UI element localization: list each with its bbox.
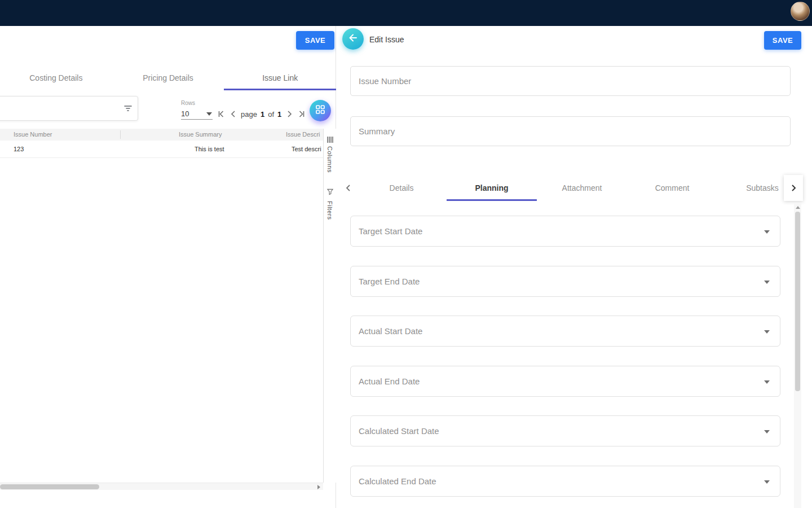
header-issue-description[interactable]: Issue Descri	[286, 131, 323, 138]
page-title: Edit Issue	[369, 35, 404, 44]
tab-planning[interactable]: Planning	[447, 175, 537, 201]
tab-pricing-details[interactable]: Pricing Details	[112, 65, 224, 90]
calculated-start-date-input[interactable]	[351, 426, 780, 436]
filters-panel-toggle[interactable]: Filters	[326, 173, 334, 220]
issue-search-input[interactable]	[0, 104, 118, 113]
cell-issue-summary: This is test	[195, 146, 224, 152]
target-start-date-field[interactable]	[350, 216, 780, 247]
horizontal-scrollbar[interactable]	[0, 483, 323, 490]
column-separator	[120, 130, 121, 139]
arrow-back-icon	[347, 32, 359, 46]
next-page-icon[interactable]	[283, 108, 295, 120]
vertical-scrollbar[interactable]	[794, 203, 801, 508]
issue-number-input[interactable]	[351, 76, 790, 86]
scroll-right-icon[interactable]	[317, 485, 320, 489]
tabs-scroll-left-icon[interactable]	[343, 182, 354, 194]
actual-start-date-input[interactable]	[351, 326, 780, 336]
calculated-end-date-field[interactable]	[350, 466, 780, 497]
filters-label: Filters	[326, 201, 333, 220]
tabs-container: Details Planning Attachment Comment Subt…	[356, 175, 807, 201]
actual-end-date-input[interactable]	[351, 376, 780, 386]
calculated-start-date-field[interactable]	[350, 415, 780, 446]
left-save-button[interactable]: SAVE	[296, 31, 334, 50]
grid-view-button[interactable]	[310, 100, 331, 121]
last-page-icon[interactable]	[295, 108, 307, 120]
scroll-up-icon[interactable]	[796, 206, 800, 209]
left-panel: SAVE Costing Details Pricing Details Iss…	[0, 26, 336, 508]
cell-issue-description: Test descri	[292, 146, 323, 152]
rows-per-page-value: 10	[181, 110, 189, 118]
grid-icon	[315, 104, 325, 117]
first-page-icon[interactable]	[215, 108, 227, 120]
columns-label: Columns	[326, 146, 333, 173]
filter-list-icon[interactable]	[118, 99, 138, 118]
table-side-strip: Columns Filters	[323, 129, 336, 483]
calculated-end-date-input[interactable]	[351, 476, 780, 486]
target-end-date-input[interactable]	[351, 277, 780, 286]
header-issue-summary[interactable]: Issue Summary	[179, 131, 222, 138]
cell-issue-number: 123	[14, 146, 24, 152]
summary-input[interactable]	[351, 126, 790, 136]
page-total: 1	[277, 110, 281, 119]
dropdown-caret-icon	[764, 230, 770, 234]
table-header-row: Issue Number Issue Summary Issue Descri	[0, 129, 323, 141]
tab-issue-link[interactable]: Issue Link	[224, 65, 336, 90]
issue-search-box	[0, 96, 138, 121]
actual-start-date-field[interactable]	[350, 316, 780, 347]
header-issue-number[interactable]: Issue Number	[14, 131, 52, 138]
prev-page-icon[interactable]	[227, 108, 239, 120]
dropdown-caret-icon	[764, 380, 770, 384]
page-word: page	[241, 110, 257, 119]
actual-end-date-field[interactable]	[350, 366, 780, 397]
of-word: of	[268, 110, 274, 119]
tab-costing-details[interactable]: Costing Details	[0, 65, 112, 90]
edit-issue-panel: Edit Issue SAVE Details Planning Attachm…	[336, 26, 812, 508]
filter-funnel-icon	[326, 187, 334, 198]
issue-link-table: Issue Number Issue Summary Issue Descri …	[0, 129, 323, 158]
tabs-scroll-right-icon[interactable]	[784, 175, 803, 201]
tab-details[interactable]: Details	[356, 175, 447, 201]
rows-per-page-select[interactable]: 10	[181, 108, 213, 120]
right-save-button[interactable]: SAVE	[764, 31, 801, 50]
page-current: 1	[261, 110, 264, 119]
columns-panel-toggle[interactable]: Columns	[326, 129, 333, 173]
pagination: page 1 of 1	[215, 107, 307, 121]
left-tab-bar: Costing Details Pricing Details Issue Li…	[0, 65, 336, 90]
dropdown-caret-icon	[764, 430, 770, 433]
edit-issue-tab-bar: Details Planning Attachment Comment Subt…	[336, 175, 812, 201]
target-start-date-input[interactable]	[351, 226, 780, 236]
horizontal-scrollbar-thumb[interactable]	[0, 484, 99, 489]
issue-number-field	[350, 66, 791, 96]
summary-field	[350, 116, 791, 146]
top-navbar	[0, 0, 812, 26]
dropdown-caret-icon	[764, 281, 770, 284]
user-avatar[interactable]	[791, 2, 810, 21]
dropdown-caret-icon	[764, 330, 770, 334]
tab-attachment[interactable]: Attachment	[537, 175, 627, 201]
dropdown-caret-icon	[764, 480, 770, 484]
vertical-scrollbar-thumb[interactable]	[795, 212, 800, 391]
chevron-down-icon	[206, 112, 212, 116]
table-row[interactable]: 123 This is test Test descri	[0, 141, 323, 158]
target-end-date-field[interactable]	[350, 266, 780, 297]
tab-comment[interactable]: Comment	[627, 175, 717, 201]
drag-indicator-icon	[327, 137, 333, 143]
rows-label: Rows	[181, 100, 195, 106]
back-button[interactable]	[342, 28, 364, 50]
